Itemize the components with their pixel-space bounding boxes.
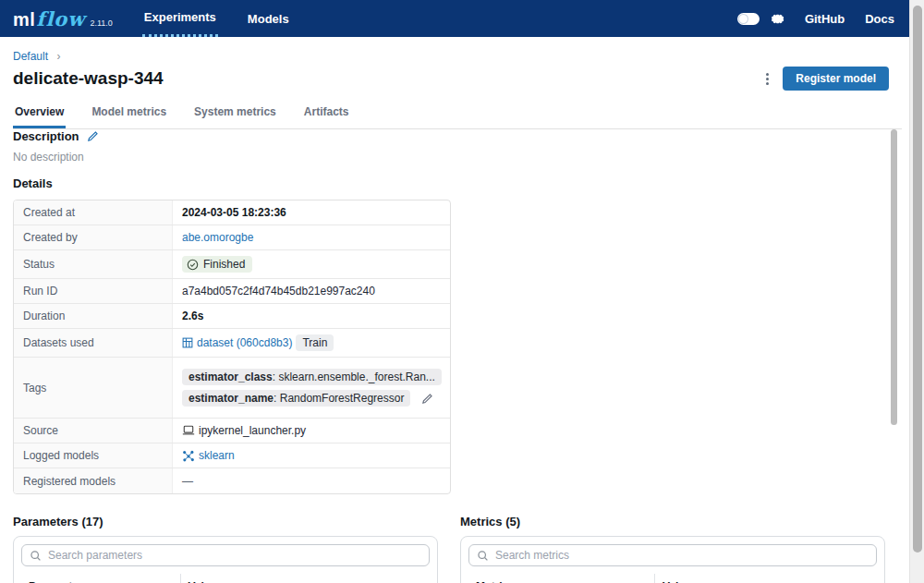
metrics-table: Metric Value training_score 0.7658706572… — [468, 574, 877, 583]
detail-label: Duration — [14, 304, 173, 328]
nav-item-experiments[interactable]: Experiments — [142, 0, 218, 37]
logo-flow-text: flow — [36, 7, 85, 30]
browser-scrollbar-track[interactable] — [909, 0, 924, 583]
chevron-right-icon: › — [56, 50, 60, 63]
detail-row-created-at: Created at 2024-03-05 18:23:36 — [14, 200, 450, 225]
description-heading: Description — [13, 129, 79, 143]
detail-label: Created by — [14, 225, 173, 249]
github-link[interactable]: GitHub — [805, 12, 845, 26]
detail-row-created-by: Created by abe.omorogbe — [14, 225, 450, 250]
details-heading: Details — [13, 176, 53, 190]
version-label: 2.11.0 — [90, 18, 112, 28]
logged-model-link[interactable]: sklearn — [199, 449, 235, 462]
breadcrumb-experiment-link[interactable]: Default — [13, 50, 48, 63]
detail-label: Status — [14, 250, 173, 278]
search-icon — [30, 550, 42, 562]
tag-estimator-class: estimator_class: sklearn.ensemble._fores… — [182, 369, 442, 385]
parameters-value-header: Value — [180, 574, 430, 583]
dataset-link[interactable]: dataset (060cd8b3) — [197, 336, 292, 349]
parameters-col-header: Parameter — [21, 574, 180, 583]
overflow-menu-button[interactable] — [759, 68, 775, 89]
dataset-context-badge: Train — [296, 334, 334, 351]
parameters-heading: Parameters (17) — [13, 515, 438, 528]
parameters-table: Parameter Value bootstrap True max_depth… — [21, 574, 430, 583]
detail-row-source: Source ipykernel_launcher.py — [14, 419, 450, 443]
created-by-link[interactable]: abe.omorogbe — [182, 231, 253, 244]
detail-label: Datasets used — [14, 329, 173, 357]
metrics-section: Metrics (5) Metric Value train — [460, 515, 885, 583]
detail-row-logged-models: Logged models sklearn — [14, 443, 450, 468]
source-value: ipykernel_launcher.py — [199, 424, 306, 437]
browser-scrollbar-thumb[interactable] — [913, 6, 922, 553]
detail-row-duration: Duration 2.6s — [14, 304, 450, 329]
detail-row-datasets: Datasets used dataset (060cd8b3) Train — [14, 329, 450, 358]
detail-label: Tags — [14, 358, 173, 418]
metrics-heading: Metrics (5) — [460, 515, 885, 528]
metrics-search — [468, 544, 877, 566]
metrics-col-header: Metric — [468, 574, 654, 583]
status-badge: Finished — [182, 256, 252, 273]
detail-label: Run ID — [14, 279, 173, 303]
model-icon — [182, 450, 195, 462]
breadcrumb: Default › — [13, 50, 909, 63]
created-at-value: 2024-03-05 18:23:36 — [182, 206, 286, 219]
details-table: Created at 2024-03-05 18:23:36 Created b… — [13, 200, 451, 494]
detail-row-registered-models: Registered models — — [14, 468, 450, 493]
parameters-search-input[interactable] — [48, 549, 421, 562]
dataset-table-icon — [182, 337, 193, 348]
parameters-search — [21, 544, 430, 566]
page-title: delicate-wasp-344 — [13, 68, 164, 89]
detail-label: Created at — [14, 200, 173, 225]
detail-row-status: Status Finished — [14, 250, 450, 279]
edit-tags-icon[interactable] — [421, 393, 433, 405]
gear-icon[interactable] — [771, 12, 784, 26]
metrics-value-header: Value — [654, 574, 877, 583]
overview-panel: Description No description Details Creat… — [0, 116, 909, 583]
inner-scrollbar[interactable] — [891, 129, 897, 425]
search-icon — [477, 550, 489, 562]
parameters-section: Parameters (17) Parameter Value — [13, 515, 438, 583]
no-description-text: No description — [13, 151, 909, 164]
check-circle-icon — [187, 259, 199, 271]
tag-estimator-name: estimator_name: RandomForestRegressor — [182, 390, 410, 407]
detail-label: Source — [14, 419, 173, 443]
top-navbar: mlflow 2.11.0 Experiments Models GitHub … — [0, 0, 909, 37]
nav-item-models[interactable]: Models — [246, 0, 291, 37]
edit-description-icon[interactable] — [87, 130, 99, 142]
detail-row-run-id: Run ID a7a4bd057c2f4d74b45db21e997ac240 — [14, 279, 450, 304]
detail-label: Registered models — [14, 468, 173, 493]
toggle-knob — [738, 14, 748, 24]
run-id-value: a7a4bd057c2f4d74b45db21e997ac240 — [182, 285, 375, 298]
navbar-menu: Experiments Models — [142, 0, 319, 37]
registered-models-empty: — — [182, 475, 193, 488]
logo-ml-text: ml — [13, 9, 35, 30]
metrics-search-input[interactable] — [495, 549, 869, 562]
theme-toggle[interactable] — [737, 13, 760, 25]
mlflow-logo[interactable]: mlflow 2.11.0 — [13, 7, 113, 30]
detail-label: Logged models — [14, 443, 173, 468]
duration-value: 2.6s — [182, 310, 203, 322]
run-header: Default › delicate-wasp-344 Register mod… — [0, 37, 909, 129]
detail-row-tags: Tags estimator_class: sklearn.ensemble._… — [14, 358, 450, 419]
register-model-button[interactable]: Register model — [783, 67, 889, 91]
docs-link[interactable]: Docs — [865, 12, 894, 26]
notebook-source-icon — [182, 425, 195, 436]
